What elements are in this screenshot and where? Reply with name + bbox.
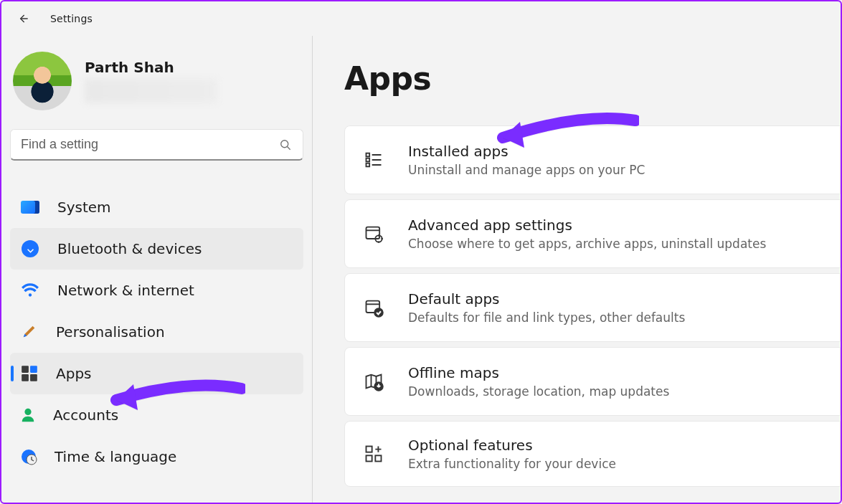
search-input[interactable] — [21, 137, 278, 152]
card-title: Optional features — [408, 437, 616, 454]
sidebar-item-label: System — [57, 199, 111, 216]
card-subtitle: Choose where to get apps, archive apps, … — [408, 237, 766, 251]
card-subtitle: Uninstall and manage apps on your PC — [408, 163, 645, 177]
display-icon — [20, 197, 40, 217]
sidebar-item-label: Apps — [56, 365, 92, 382]
bluetooth-icon: ⌵ — [20, 239, 40, 259]
card-title: Default apps — [408, 290, 685, 308]
card-subtitle: Extra functionality for your device — [408, 457, 616, 471]
svg-point-15 — [374, 308, 383, 317]
main-content: Apps Installed apps Uninstall and manage… — [313, 36, 841, 503]
apps-grid-icon — [20, 364, 39, 383]
card-subtitle: Downloads, storage location, map updates — [408, 384, 669, 399]
arrow-left-icon — [16, 11, 30, 26]
card-installed-apps[interactable]: Installed apps Uninstall and manage apps… — [344, 125, 841, 194]
profile-name: Parth Shah — [85, 59, 217, 76]
card-subtitle: Defaults for file and link types, other … — [408, 310, 685, 325]
card-title: Advanced app settings — [408, 217, 766, 234]
svg-rect-4 — [22, 374, 29, 381]
map-download-icon — [362, 370, 385, 393]
card-optional-features[interactable]: Optional features Extra functionality fo… — [344, 421, 841, 487]
svg-rect-2 — [22, 366, 29, 373]
wifi-icon — [20, 280, 40, 300]
svg-rect-11 — [366, 163, 370, 167]
sidebar: Parth Shah System ⌵ Bluetooth & devices — [1, 36, 313, 503]
sidebar-item-network[interactable]: Network & internet — [10, 270, 303, 311]
window-gear-icon — [362, 222, 385, 245]
sidebar-nav: System ⌵ Bluetooth & devices Network & i… — [10, 186, 303, 477]
svg-rect-19 — [375, 455, 381, 461]
paintbrush-icon — [20, 324, 39, 340]
sidebar-item-label: Time & language — [55, 448, 176, 465]
card-title: Installed apps — [408, 143, 645, 160]
list-icon — [362, 148, 385, 171]
svg-rect-12 — [366, 227, 380, 239]
search-icon — [278, 138, 293, 152]
sidebar-item-label: Bluetooth & devices — [57, 240, 202, 257]
sidebar-item-apps[interactable]: Apps — [10, 353, 303, 394]
sidebar-item-bluetooth[interactable]: ⌵ Bluetooth & devices — [10, 228, 303, 270]
svg-point-1 — [29, 293, 32, 296]
svg-rect-9 — [366, 153, 370, 157]
svg-rect-5 — [30, 374, 37, 381]
svg-rect-3 — [30, 366, 37, 373]
sidebar-item-label: Accounts — [53, 406, 118, 424]
sidebar-item-system[interactable]: System — [10, 186, 303, 228]
search-box[interactable] — [10, 129, 303, 161]
sidebar-item-time-language[interactable]: Time & language — [10, 436, 303, 477]
svg-rect-10 — [366, 158, 370, 162]
globe-clock-icon — [20, 448, 37, 465]
grid-plus-icon — [362, 442, 385, 465]
avatar — [13, 52, 72, 110]
sidebar-item-personalisation[interactable]: Personalisation — [10, 311, 303, 353]
person-icon — [20, 407, 36, 423]
card-default-apps[interactable]: Default apps Defaults for file and link … — [344, 273, 841, 342]
sidebar-item-label: Network & internet — [57, 282, 194, 299]
page-title: Apps — [344, 60, 841, 97]
card-offline-maps[interactable]: Offline maps Downloads, storage location… — [344, 347, 841, 416]
app-title: Settings — [50, 13, 93, 24]
profile-email-redacted — [85, 79, 217, 103]
sidebar-item-accounts[interactable]: Accounts — [10, 394, 303, 436]
card-title: Offline maps — [408, 364, 669, 381]
titlebar: Settings — [1, 1, 841, 36]
svg-point-0 — [281, 140, 288, 147]
card-advanced-app-settings[interactable]: Advanced app settings Choose where to ge… — [344, 199, 841, 268]
back-button[interactable] — [10, 6, 36, 32]
svg-point-6 — [24, 409, 31, 415]
sidebar-item-label: Personalisation — [56, 323, 165, 341]
window-check-icon — [362, 296, 385, 319]
profile[interactable]: Parth Shah — [10, 50, 303, 125]
svg-rect-17 — [366, 447, 372, 452]
svg-rect-18 — [366, 455, 372, 461]
